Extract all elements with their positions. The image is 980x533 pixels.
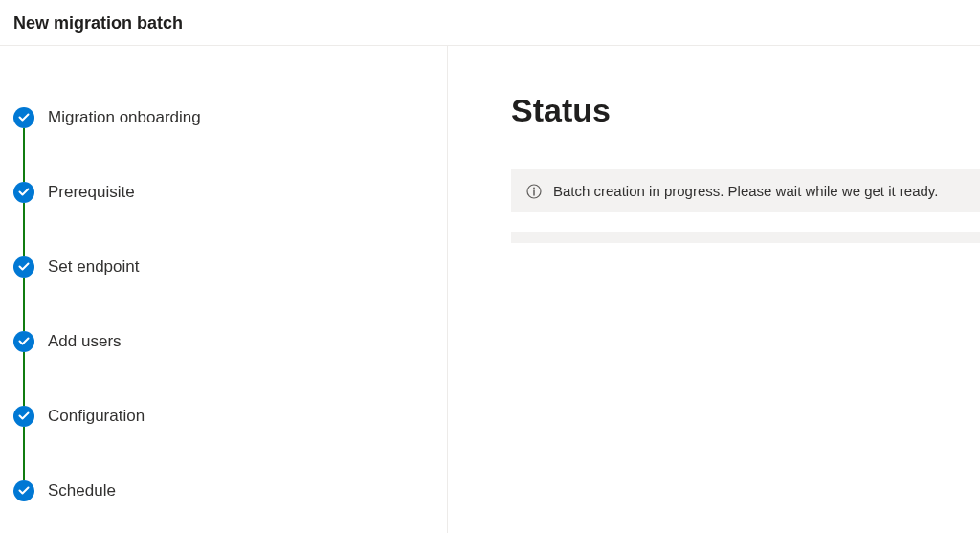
page-title: New migration batch (13, 13, 980, 33)
step-schedule[interactable]: Schedule (13, 480, 447, 501)
step-connector (23, 352, 25, 406)
wizard-sidebar: Migration onboarding Prerequisite Set en… (0, 46, 448, 533)
step-label: Schedule (48, 481, 116, 500)
checkmark-icon (13, 406, 34, 427)
checkmark-icon (13, 256, 34, 278)
progress-bar (511, 232, 980, 243)
step-label: Set endpoint (48, 257, 139, 277)
step-connector (23, 203, 25, 256)
content-area: Migration onboarding Prerequisite Set en… (0, 46, 980, 533)
page-header: New migration batch (0, 0, 980, 46)
info-message-text: Batch creation in progress. Please wait … (553, 183, 938, 199)
info-message-bar: Batch creation in progress. Please wait … (511, 169, 980, 212)
step-label: Migration onboarding (48, 108, 201, 127)
checkmark-icon (13, 331, 34, 352)
checkmark-icon (13, 480, 34, 501)
checkmark-icon (13, 182, 34, 203)
wizard-steps: Migration onboarding Prerequisite Set en… (13, 107, 447, 501)
checkmark-icon (13, 107, 34, 128)
step-migration-onboarding[interactable]: Migration onboarding (13, 107, 447, 182)
status-heading: Status (511, 92, 980, 129)
step-configuration[interactable]: Configuration (13, 406, 447, 480)
step-add-users[interactable]: Add users (13, 331, 447, 406)
step-label: Prerequisite (48, 183, 135, 202)
step-connector (23, 128, 25, 182)
svg-point-2 (533, 187, 535, 189)
step-label: Add users (48, 332, 122, 351)
main-panel: Status Batch creation in progress. Pleas… (448, 46, 980, 533)
step-label: Configuration (48, 407, 145, 426)
step-prerequisite[interactable]: Prerequisite (13, 182, 447, 256)
step-connector (23, 427, 25, 480)
info-icon (526, 184, 542, 199)
step-set-endpoint[interactable]: Set endpoint (13, 256, 447, 331)
step-connector (23, 278, 25, 331)
